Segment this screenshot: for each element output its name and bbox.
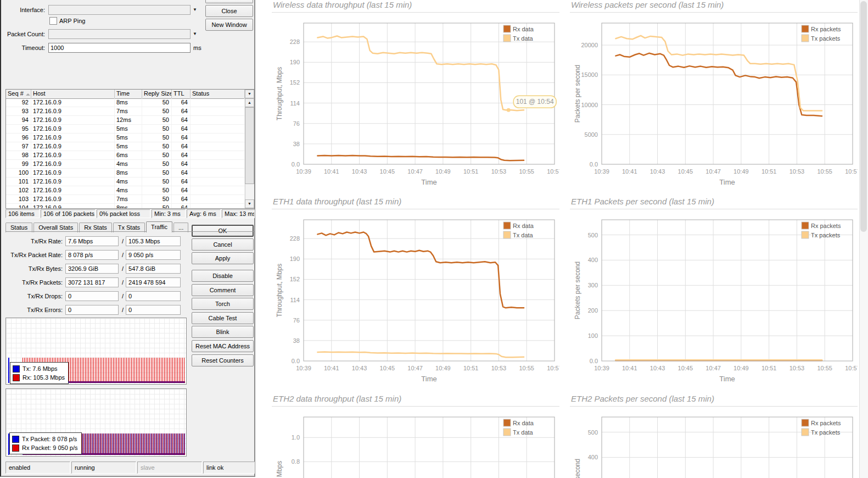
svg-text:Rx packets: Rx packets (811, 420, 841, 426)
column-filter-button[interactable]: ▼ (245, 90, 254, 98)
field-label: Tx/Rx Packet Rate: (1, 252, 65, 258)
cell-seq: 92 (6, 98, 31, 107)
svg-text:Time: Time (719, 178, 735, 186)
cell-seq: 100 (6, 169, 31, 177)
svg-text:152: 152 (290, 79, 300, 86)
svg-text:38: 38 (293, 141, 300, 147)
svg-text:10:57: 10:57 (845, 365, 858, 371)
packet-count-dropdown-icon[interactable]: ▼ (193, 31, 197, 36)
cell-ttl: 64 (172, 177, 191, 186)
svg-text:10:53: 10:53 (789, 365, 805, 371)
close-button[interactable]: Close (205, 5, 253, 17)
table-row[interactable]: 96172.16.0.95ms5064 (6, 134, 245, 142)
svg-text:10:41: 10:41 (324, 168, 339, 175)
svg-text:Tx packets: Tx packets (811, 35, 841, 42)
scroll-down-button[interactable]: ▼ (245, 199, 254, 208)
footer-cell-slave: slave (137, 462, 202, 474)
arp-ping-checkbox[interactable] (49, 17, 57, 25)
cell-ttl: 64 (172, 116, 191, 124)
table-row[interactable]: 98172.16.0.96ms5064 (6, 151, 245, 160)
ping-table-header[interactable]: Seq #HostTimeReply SizeTTLStatus (6, 90, 245, 99)
cell-status (191, 195, 245, 203)
svg-text:10:49: 10:49 (733, 365, 749, 371)
reset-mac-address-button[interactable]: Reset MAC Address (192, 340, 254, 352)
tx-value-box[interactable]: 3072 131 817 (65, 277, 119, 287)
interface-dropdown-icon[interactable]: ▼ (193, 7, 197, 12)
legend-label: Tx: 7.6 Mbps (23, 365, 58, 372)
packet-count-label: Packet Count: (1, 31, 45, 37)
cancel-button[interactable]: Cancel (192, 238, 254, 251)
cell-ttl: 64 (172, 125, 191, 133)
slash-separator: / (122, 238, 124, 244)
scrollbar-thumb[interactable] (245, 107, 254, 184)
torch-button[interactable]: Torch (192, 298, 254, 310)
table-row[interactable]: 102172.16.0.94ms5064 (6, 186, 245, 195)
rx-value-box[interactable]: 0 (126, 305, 181, 315)
svg-text:10:41: 10:41 (324, 365, 339, 371)
svg-text:20000: 20000 (581, 42, 598, 48)
cable-test-button[interactable]: Cable Test (192, 312, 254, 324)
legend-swatch (12, 436, 19, 443)
table-row[interactable]: 92172.16.0.98ms5064 (6, 98, 245, 107)
column-header-status[interactable]: Status (191, 90, 245, 98)
column-header-ttl[interactable]: TTL (172, 90, 191, 98)
tx-value-box[interactable]: 0 (65, 305, 119, 315)
svg-text:10:53: 10:53 (491, 168, 507, 175)
tab-bar: StatusOverall StatsRx StatsTx StatsTraff… (5, 221, 189, 232)
rx-value-box[interactable]: 2419 478 594 (126, 277, 181, 287)
table-row[interactable]: 93172.16.0.97ms5064 (6, 107, 245, 116)
column-header-host[interactable]: Host (31, 90, 115, 98)
column-header-time[interactable]: Time (115, 90, 142, 98)
timeout-input[interactable]: 1000 (48, 43, 191, 53)
cell-status (191, 204, 245, 208)
blink-button[interactable]: Blink (192, 326, 254, 338)
rx-value-box[interactable]: 547.8 GiB (126, 264, 181, 274)
title-divider (570, 406, 858, 407)
svg-text:10:49: 10:49 (435, 168, 451, 175)
table-row[interactable]: 103172.16.0.97ms5064 (6, 195, 245, 204)
svg-text:76: 76 (293, 120, 300, 127)
table-row[interactable]: 97172.16.0.95ms5064 (6, 142, 245, 151)
table-row[interactable]: 99172.16.0.94ms5064 (6, 160, 245, 169)
chart-canvas: 10:3910:4110:4310:4510:4710:4910:5110:53… (272, 410, 559, 478)
rx-value-box[interactable]: 9 050 p/s (126, 250, 181, 260)
summary-cell: 106 items (5, 209, 40, 218)
rx-value-box[interactable]: 105.3 Mbps (126, 236, 181, 246)
tx-value-box[interactable]: 8 078 p/s (65, 250, 119, 260)
cutoff-button[interactable] (205, 0, 253, 3)
table-row[interactable]: 100172.16.0.98ms5064 (6, 169, 245, 177)
comment-button[interactable]: Comment (192, 284, 254, 296)
cell-status (191, 107, 245, 115)
traffic-field-row: Tx/Rx Bytes:3206.9 GiB/547.8 GiB (1, 264, 190, 274)
column-header-seq-[interactable]: Seq # (6, 90, 31, 98)
svg-text:190: 190 (290, 59, 300, 65)
scroll-up-button[interactable]: ▲ (245, 98, 254, 107)
cell-status (191, 134, 245, 142)
tx-value-box[interactable]: 0 (65, 291, 119, 301)
ok-button[interactable]: OK (192, 225, 254, 237)
legend-row: Rx Packet: 9 050 p/s (12, 443, 78, 452)
table-row[interactable]: 95172.16.0.95ms5064 (6, 125, 245, 134)
apply-button[interactable]: Apply (192, 252, 254, 264)
rx-value-box[interactable]: 0 (126, 291, 181, 301)
traffic-field-row: Tx/Rx Rate:7.6 Mbps/105.3 Mbps (1, 236, 190, 246)
table-row[interactable]: 101172.16.0.94ms5064 (6, 177, 245, 186)
new-window-button[interactable]: New Window (205, 19, 253, 31)
tx-value-box[interactable]: 7.6 Mbps (65, 236, 119, 246)
svg-text:10000: 10000 (581, 102, 598, 108)
tab-traffic[interactable]: Traffic (146, 221, 172, 232)
field-label: Tx/Rx Drops: (1, 293, 65, 299)
disable-button[interactable]: Disable (192, 270, 254, 282)
tx-value-box[interactable]: 3206.9 GiB (65, 264, 119, 274)
screen: Interface: ▼ ARP Ping Packet Count: ▼ Ti… (0, 0, 868, 478)
ping-table-body[interactable]: 92172.16.0.98ms506493172.16.0.97ms506494… (6, 98, 245, 208)
table-row[interactable]: 94172.16.0.912ms5064 (6, 116, 245, 125)
interface-combo[interactable] (48, 5, 191, 15)
table-row[interactable]: 104172.16.0.98ms5064 (6, 204, 245, 208)
page-scrollbar-thumb[interactable] (860, 1, 867, 232)
cell-seq: 101 (6, 177, 31, 186)
packet-count-combo[interactable] (48, 29, 191, 39)
column-header-reply-size[interactable]: Reply Size (142, 90, 172, 98)
reset-counters-button[interactable]: Reset Counters (192, 354, 254, 366)
cell-status (191, 142, 245, 151)
